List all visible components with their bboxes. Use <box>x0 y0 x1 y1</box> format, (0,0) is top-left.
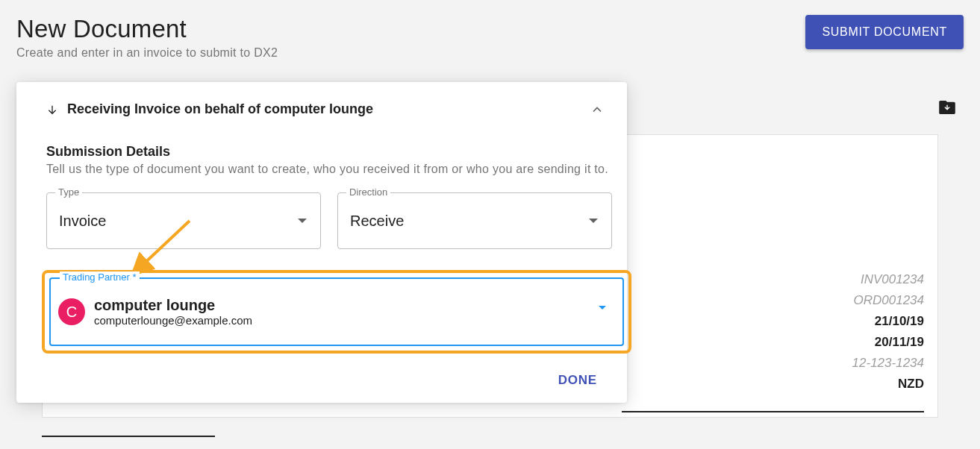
direction-value: Receive <box>350 213 404 230</box>
partner-email: computerlounge@example.com <box>94 314 252 327</box>
panel-actions: DONE <box>31 354 612 388</box>
due-date: 20/11/19 <box>852 332 924 353</box>
direction-select[interactable]: Receive <box>337 192 612 249</box>
order-number: ORD001234 <box>852 290 924 311</box>
done-button[interactable]: DONE <box>558 373 597 388</box>
dropdown-triangle-icon <box>298 219 307 223</box>
panel-header-title: Receiving Invoice on behalf of computer … <box>67 101 373 117</box>
invoice-number: INV001234 <box>852 269 924 290</box>
page-subtitle: Create and enter in an invoice to submit… <box>16 46 278 60</box>
submit-document-button[interactable]: SUBMIT DOCUMENT <box>805 15 964 49</box>
trading-partner-select[interactable]: Trading Partner * C computer lounge comp… <box>49 277 624 346</box>
invoice-divider <box>622 411 924 412</box>
title-block: New Document Create and enter in an invo… <box>16 15 278 60</box>
page-title: New Document <box>16 15 278 43</box>
submission-panel: Receiving Invoice on behalf of computer … <box>16 82 627 403</box>
direction-field: Direction Receive <box>337 192 612 249</box>
section-title: Submission Details <box>46 144 612 160</box>
download-folder-icon[interactable] <box>939 101 955 117</box>
panel-header-left: Receiving Invoice on behalf of computer … <box>46 101 373 117</box>
trading-partner-highlight: Trading Partner * C computer lounge comp… <box>42 270 631 354</box>
arrow-down-icon <box>46 104 58 116</box>
currency: NZD <box>852 374 924 395</box>
partner-avatar: C <box>58 298 85 325</box>
panel-header[interactable]: Receiving Invoice on behalf of computer … <box>31 101 612 117</box>
type-select[interactable]: Invoice <box>46 192 321 249</box>
dropdown-triangle-icon <box>599 306 606 310</box>
partner-text: computer lounge computerlounge@example.c… <box>94 297 252 327</box>
form-row: Type Invoice Direction Receive <box>46 192 612 249</box>
invoice-date: 21/10/19 <box>852 311 924 332</box>
direction-label: Direction <box>346 186 390 198</box>
dropdown-triangle-icon <box>589 219 598 223</box>
chevron-up-icon[interactable] <box>590 102 605 117</box>
type-field: Type Invoice <box>46 192 321 249</box>
phone-number: 12-123-1234 <box>852 353 924 374</box>
trading-partner-label: Trading Partner * <box>60 271 140 283</box>
page-header: New Document Create and enter in an invo… <box>0 0 980 60</box>
type-label: Type <box>55 186 82 198</box>
invoice-values: INV001234 ORD001234 21/10/19 20/11/19 12… <box>852 269 924 395</box>
partner-name: computer lounge <box>94 297 252 314</box>
type-value: Invoice <box>59 213 106 230</box>
section-description: Tell us the type of document you want to… <box>46 163 612 176</box>
bottom-accent-line <box>42 436 215 437</box>
